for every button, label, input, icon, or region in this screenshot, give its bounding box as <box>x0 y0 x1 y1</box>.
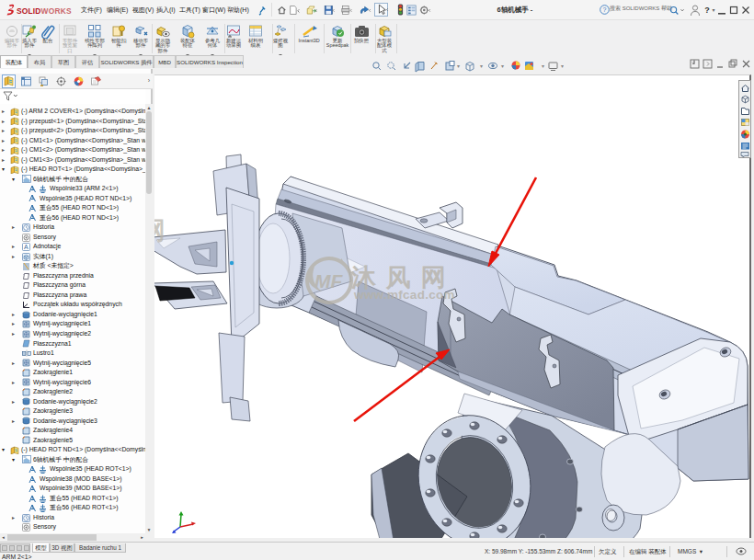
svg-text:?: ? <box>603 6 607 13</box>
svg-text:▾: ▾ <box>501 63 504 69</box>
svg-text:网: 网 <box>154 217 166 245</box>
svg-text:▾: ▾ <box>480 63 483 69</box>
svg-text:▾: ▾ <box>542 63 544 69</box>
svg-text:www.mfcad.com: www.mfcad.com <box>353 288 455 302</box>
svg-text:A: A <box>24 244 29 250</box>
svg-text:SOLIDWORKS: SOLIDWORKS <box>17 6 72 16</box>
svg-text:▾: ▾ <box>457 63 460 69</box>
svg-text:▾: ▾ <box>561 63 564 69</box>
svg-text:MF: MF <box>314 270 343 291</box>
